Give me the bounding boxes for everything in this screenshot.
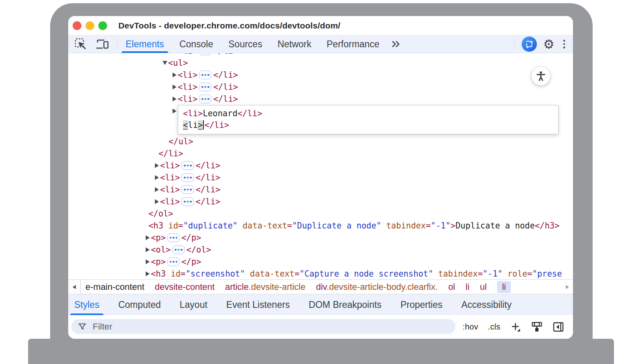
toggle-sidebar-icon[interactable] [553, 321, 564, 333]
more-options-icon[interactable] [563, 40, 565, 49]
toggle-classes-button[interactable]: .cls [488, 322, 500, 332]
breadcrumb-item[interactable]: devsite-content [155, 282, 215, 292]
tree-row[interactable]: <ul> [68, 57, 573, 69]
code-token-attr: tabindex [386, 221, 426, 231]
collapsed-content-ellipsis-icon[interactable] [199, 71, 211, 79]
filter-input[interactable] [92, 321, 455, 332]
tree-row[interactable]: <ol></ol> [68, 244, 573, 256]
tree-row[interactable]: <p></p> [68, 232, 573, 244]
code-token-attr: data-text [243, 221, 287, 231]
tree-row[interactable]: <li></li> [68, 172, 573, 184]
tree-row[interactable]: <li></li> [68, 184, 573, 196]
tree-row[interactable]: </li> [68, 148, 573, 160]
expand-arrow-icon[interactable] [171, 73, 178, 77]
tree-row[interactable]: </ol> [68, 208, 573, 220]
breadcrumb-segment: .devsite-article-body.clearfix. [327, 282, 438, 292]
tab-elements[interactable]: Elements [126, 35, 164, 53]
tree-row[interactable]: <li></li> [68, 93, 573, 105]
zoom-window-button[interactable] [98, 21, 107, 30]
filter-pill [71, 319, 455, 334]
code-token-tag: <li> [183, 109, 203, 118]
collapse-arrow-icon[interactable] [162, 61, 168, 65]
tab-properties[interactable]: Properties [400, 294, 443, 315]
expand-arrow-icon[interactable] [144, 235, 151, 240]
code-token-tag: </li> [158, 149, 183, 158]
collapsed-content-ellipsis-icon[interactable] [199, 95, 211, 103]
expand-arrow-icon[interactable] [144, 247, 151, 252]
tab-layout[interactable]: Layout [180, 294, 207, 315]
tab-sources[interactable]: Sources [228, 35, 262, 53]
tree-row[interactable]: <li></li> [68, 196, 573, 208]
code-token-tag: </li> [204, 120, 229, 130]
tab-network[interactable]: Network [278, 35, 311, 53]
expand-arrow-icon[interactable] [144, 259, 151, 264]
device-toolbar-icon[interactable] [95, 38, 110, 50]
tab-styles[interactable]: Styles [74, 294, 100, 315]
breadcrumb-item[interactable]: li [465, 282, 469, 292]
tree-row[interactable]: <li></li> [68, 81, 573, 93]
collapsed-content-ellipsis-icon[interactable] [172, 245, 185, 254]
breadcrumb-item-selected[interactable]: li [497, 281, 511, 293]
tree-row[interactable]: <li></li> [68, 69, 573, 81]
accessibility-person-icon[interactable] [532, 67, 550, 85]
code-token-attr: id [168, 221, 178, 231]
collapsed-content-ellipsis-icon[interactable] [181, 161, 194, 170]
new-style-rule-icon[interactable] [510, 322, 521, 333]
edit-as-html-box[interactable]: <li>Leonard</li><li></li> [178, 105, 559, 134]
tree-row[interactable]: <li></li> [68, 53, 573, 57]
collapsed-content-ellipsis-icon[interactable] [199, 83, 211, 91]
tree-row[interactable]: <h3 id="screenshot" data-text="Capture a… [68, 268, 573, 279]
expand-arrow-icon[interactable] [171, 85, 178, 89]
expand-arrow-icon[interactable] [154, 175, 160, 180]
breadcrumb-item[interactable]: e-main-content [85, 282, 144, 292]
tab-computed[interactable]: Computed [118, 294, 161, 315]
breadcrumb-item[interactable]: ol [448, 282, 455, 292]
collapsed-content-ellipsis-icon[interactable] [167, 233, 180, 242]
expand-arrow-icon[interactable] [144, 271, 151, 276]
code-token-tag [381, 221, 386, 231]
tab-accessibility[interactable]: Accessibility [461, 294, 512, 315]
breadcrumb-segment: li [502, 282, 506, 292]
tree-row[interactable]: <h3 id="duplicate" data-text="Duplicate … [68, 220, 573, 232]
breadcrumb-item[interactable]: div.devsite-article-body.clearfix. [316, 282, 438, 292]
collapsed-content-ellipsis-icon[interactable] [167, 257, 180, 266]
inspect-icon[interactable] [74, 38, 87, 51]
tab-performance[interactable]: Performance [327, 35, 380, 53]
expand-arrow-icon[interactable] [154, 187, 160, 192]
code-token-tag: > [451, 221, 455, 231]
breadcrumb-item[interactable]: ul [480, 282, 487, 292]
code-token-tag: </li> [213, 53, 238, 56]
code-token-attr: tabindex [438, 269, 478, 279]
devtools-toolbar: ElementsConsoleSourcesNetworkPerformance… [68, 35, 573, 53]
expand-arrow-icon[interactable] [171, 97, 178, 101]
more-panels-icon[interactable] [391, 40, 401, 49]
settings-gear-icon[interactable]: ⚙ [543, 38, 555, 51]
tab-event-listeners[interactable]: Event Listeners [226, 294, 290, 315]
breadcrumb-item[interactable]: article.devsite-article [225, 282, 306, 292]
edit-line[interactable]: <li></li> [183, 119, 553, 131]
code-token-attr: id [171, 269, 181, 279]
expand-arrow-icon[interactable] [171, 109, 178, 113]
breadcrumb-scroll-left-button[interactable] [68, 280, 81, 294]
rendering-brush-icon[interactable] [531, 321, 543, 333]
tab-dom-breakpoints[interactable]: DOM Breakpoints [309, 294, 382, 315]
close-window-button[interactable] [73, 21, 81, 30]
collapsed-content-ellipsis-icon[interactable] [181, 197, 194, 206]
toggle-hover-state-button[interactable]: :hov [463, 322, 478, 332]
collapsed-content-ellipsis-icon[interactable] [199, 53, 211, 55]
breadcrumb-scroll-right-button[interactable] [566, 285, 569, 289]
tree-row[interactable]: <p></p> [68, 256, 573, 268]
collapsed-content-ellipsis-icon[interactable] [181, 173, 194, 182]
code-token-tag: <li> [178, 70, 197, 80]
tab-console[interactable]: Console [179, 35, 213, 53]
tree-row[interactable]: <li></li> [68, 160, 573, 172]
expand-arrow-icon[interactable] [154, 163, 160, 168]
edit-line[interactable]: <li>Leonard</li> [183, 108, 553, 119]
ai-assistant-icon[interactable] [522, 36, 537, 52]
tree-row[interactable]: </ul> [68, 135, 573, 148]
expand-arrow-icon[interactable] [154, 199, 160, 204]
code-token-tag: = [181, 269, 185, 279]
breadcrumb-segment: ol [448, 282, 455, 292]
collapsed-content-ellipsis-icon[interactable] [181, 185, 194, 194]
minimize-window-button[interactable] [85, 21, 94, 30]
